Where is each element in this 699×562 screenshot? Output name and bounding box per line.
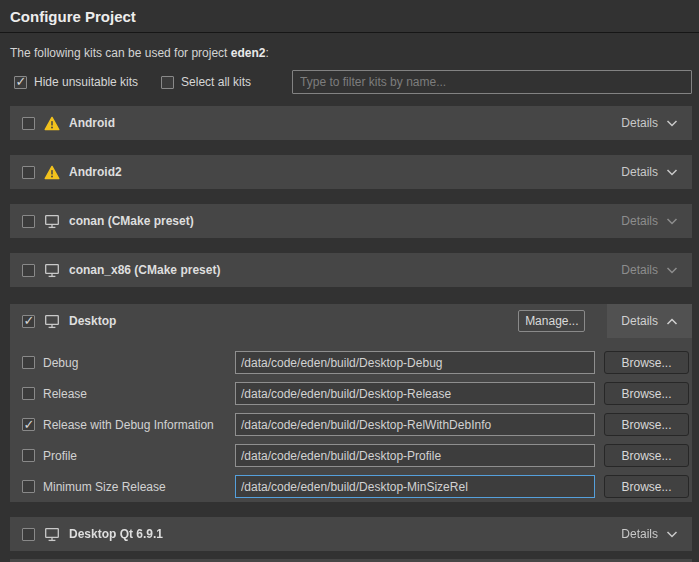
select-all-label[interactable]: Select all kits	[181, 75, 251, 89]
desktop-icon	[44, 314, 60, 329]
build-dir-input[interactable]	[235, 351, 595, 374]
kit-checkbox[interactable]	[22, 528, 35, 541]
page-header: Configure Project	[0, 0, 699, 33]
hide-unsuitable-label[interactable]: Hide unsuitable kits	[34, 75, 138, 89]
config-label: Profile	[43, 449, 235, 463]
select-all-checkbox[interactable]	[161, 76, 174, 89]
details-button[interactable]: Details	[607, 304, 692, 338]
build-config-row-minsizerel: Minimum Size Release Browse...	[20, 475, 689, 498]
details-button[interactable]: Details	[607, 204, 692, 238]
kit-name: Android	[69, 116, 115, 130]
details-label: Details	[621, 263, 658, 277]
kit-filter-input[interactable]	[292, 70, 692, 94]
kit-row[interactable]: Android Details	[10, 106, 692, 140]
details-label: Details	[621, 116, 658, 130]
details-button[interactable]: Details	[607, 517, 692, 551]
kit-row[interactable]: Android2 Details	[10, 155, 692, 189]
build-dir-input[interactable]	[235, 475, 595, 498]
build-config-row-release: Release Browse...	[20, 382, 689, 405]
chevron-down-icon	[666, 218, 678, 225]
kit-section-conan: conan (CMake preset) Details	[10, 204, 692, 238]
browse-button[interactable]: Browse...	[604, 413, 689, 436]
config-label: Minimum Size Release	[43, 480, 235, 494]
browse-button[interactable]: Browse...	[604, 382, 689, 405]
details-button[interactable]: Details	[607, 253, 692, 287]
kit-row[interactable]: Desktop Qt 6.9.1 Details	[10, 517, 692, 551]
build-config-row-profile: Profile Browse...	[20, 444, 689, 467]
hide-unsuitable-checkbox[interactable]	[14, 76, 27, 89]
hide-unsuitable-kits-checkbox-group[interactable]: Hide unsuitable kits	[14, 75, 138, 89]
kit-checkbox[interactable]	[22, 166, 35, 179]
chevron-down-icon	[666, 120, 678, 127]
build-config-row-relwithdebinfo: Release with Debug Information Browse...	[20, 413, 689, 436]
kit-row[interactable]: conan_x86 (CMake preset) Details	[10, 253, 692, 287]
details-button[interactable]: Details	[607, 106, 692, 140]
chevron-down-icon	[666, 531, 678, 538]
build-dir-input[interactable]	[235, 444, 595, 467]
desktop-icon	[44, 527, 60, 542]
intro-before: The following kits can be used for proje…	[10, 46, 231, 60]
config-checkbox[interactable]	[22, 356, 35, 369]
kit-name: Desktop	[69, 314, 116, 328]
chevron-down-icon	[666, 267, 678, 274]
chevron-up-icon	[666, 318, 678, 325]
intro-text: The following kits can be used for proje…	[10, 46, 689, 60]
kit-checkbox[interactable]	[22, 117, 35, 130]
project-name: eden2	[231, 46, 266, 60]
select-all-kits-checkbox-group[interactable]: Select all kits	[161, 75, 251, 89]
config-label: Release	[43, 387, 235, 401]
chevron-down-icon	[666, 169, 678, 176]
warning-icon	[44, 165, 60, 180]
kit-section-android2: Android2 Details	[10, 155, 692, 189]
details-label: Details	[621, 527, 658, 541]
config-checkbox[interactable]	[22, 449, 35, 462]
kit-section-desktop: Desktop Manage... Details Debug Browse..…	[10, 304, 692, 502]
kit-name: Desktop Qt 6.9.1	[69, 527, 163, 541]
build-dir-input[interactable]	[235, 382, 595, 405]
browse-button[interactable]: Browse...	[604, 444, 689, 467]
kit-section-conan-x86: conan_x86 (CMake preset) Details	[10, 253, 692, 287]
kit-section-desktop-qt: Desktop Qt 6.9.1 Details	[10, 517, 692, 551]
config-label: Release with Debug Information	[43, 418, 235, 432]
build-dir-input[interactable]	[235, 413, 595, 436]
kit-filter-controls: Hide unsuitable kits Select all kits	[14, 70, 692, 94]
kit-section-android: Android Details	[10, 106, 692, 140]
kit-name: Android2	[69, 165, 122, 179]
details-label: Details	[621, 165, 658, 179]
intro-after: :	[265, 46, 268, 60]
desktop-icon	[44, 263, 60, 278]
desktop-icon	[44, 214, 60, 229]
kit-row[interactable]: Desktop Manage... Details	[10, 304, 692, 338]
kit-checkbox[interactable]	[22, 315, 35, 328]
browse-button[interactable]: Browse...	[604, 475, 689, 498]
config-checkbox[interactable]	[22, 387, 35, 400]
config-label: Debug	[43, 356, 235, 370]
kit-checkbox[interactable]	[22, 264, 35, 277]
kit-checkbox[interactable]	[22, 215, 35, 228]
details-button[interactable]: Details	[607, 155, 692, 189]
page-title: Configure Project	[10, 8, 136, 25]
config-checkbox[interactable]	[22, 480, 35, 493]
build-config-row-debug: Debug Browse...	[20, 351, 689, 374]
config-checkbox[interactable]	[22, 418, 35, 431]
details-label: Details	[621, 214, 658, 228]
build-configurations-panel: Debug Browse... Release Browse... Releas…	[10, 338, 692, 502]
kit-name: conan (CMake preset)	[69, 214, 194, 228]
manage-kit-button[interactable]: Manage...	[518, 310, 585, 332]
kit-name: conan_x86 (CMake preset)	[69, 263, 220, 277]
details-label: Details	[621, 314, 658, 328]
kit-row[interactable]: conan (CMake preset) Details	[10, 204, 692, 238]
warning-icon	[44, 116, 60, 131]
browse-button[interactable]: Browse...	[604, 351, 689, 374]
